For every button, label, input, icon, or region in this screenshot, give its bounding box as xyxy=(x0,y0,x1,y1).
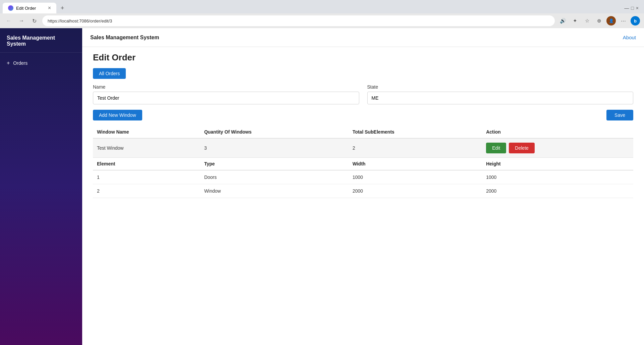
save-btn[interactable]: Save xyxy=(606,110,633,120)
tab-favicon xyxy=(8,5,13,11)
name-field-group: Name xyxy=(93,84,359,104)
window-minimize-btn[interactable]: — xyxy=(624,5,629,11)
order-form: Name State xyxy=(93,84,633,104)
sidebar-item-orders[interactable]: + Orders xyxy=(0,57,82,69)
col-window-name: Window Name xyxy=(93,126,200,138)
new-tab-btn[interactable]: + xyxy=(58,3,67,13)
col-total-subelements: Total SubElements xyxy=(348,126,482,138)
sub-col-width: Width xyxy=(348,158,482,170)
address-input[interactable] xyxy=(42,15,555,26)
address-bar: ← → ↻ 🔊 ✦ ☆ ⊕ 👤 ⋯ b xyxy=(0,13,644,28)
reload-btn[interactable]: ↻ xyxy=(30,16,39,26)
sub-col-height: Height xyxy=(482,158,633,170)
orders-label: Orders xyxy=(13,60,28,66)
name-label: Name xyxy=(93,84,359,90)
copilot-icon[interactable]: ✦ xyxy=(570,16,580,26)
toolbar-icons: 🔊 ✦ ☆ ⊕ 👤 ⋯ b xyxy=(558,16,640,26)
app-container: Sales Management System + Orders Sales M… xyxy=(0,28,644,345)
sidebar: Sales Management System + Orders xyxy=(0,28,82,345)
delete-window-btn[interactable]: Delete xyxy=(509,143,534,153)
sub-width-1: 1000 xyxy=(348,170,482,184)
window-subelements-cell: 2 xyxy=(348,138,482,158)
forward-btn[interactable]: → xyxy=(17,16,26,26)
subelement-row-2: 2 Window 2000 2000 xyxy=(93,184,633,198)
sidebar-nav: + Orders xyxy=(0,53,82,73)
tab-close-btn[interactable]: × xyxy=(48,5,51,11)
actions-left: Add New Window xyxy=(93,110,142,120)
main-content: Edit Order All Orders Name State xyxy=(82,47,644,345)
col-action: Action xyxy=(482,126,633,138)
subelements-header-row: Element Type Width Height xyxy=(93,158,633,170)
actions-row: Add New Window Save xyxy=(93,110,633,120)
bing-icon[interactable]: b xyxy=(631,16,640,26)
all-orders-btn[interactable]: All Orders xyxy=(93,68,126,79)
state-label: State xyxy=(367,84,634,90)
window-quantity-cell: 3 xyxy=(200,138,348,158)
action-buttons: Edit Delete xyxy=(486,143,629,153)
main-area: Sales Management System About Edit Order… xyxy=(82,28,644,345)
page-title: Edit Order xyxy=(93,52,633,63)
browser-chrome: Edit Order × + — □ × ← → ↻ 🔊 ✦ ☆ ⊕ 👤 ⋯ b xyxy=(0,0,644,28)
about-link[interactable]: About xyxy=(623,35,636,40)
collections-icon[interactable]: ⊕ xyxy=(594,16,604,26)
app-name: Sales Management System xyxy=(90,35,159,41)
window-action-cell: Edit Delete xyxy=(482,138,633,158)
window-row: Test Window 3 2 Edit Delete xyxy=(93,138,633,158)
window-name-cell: Test Window xyxy=(93,138,200,158)
sidebar-header: Sales Management System xyxy=(0,28,82,53)
state-input[interactable] xyxy=(367,92,634,104)
sub-type-2: Window xyxy=(200,184,348,198)
windows-table-header: Window Name Quantity Of Windows Total Su… xyxy=(93,126,633,138)
content-area: Edit Order All Orders Name State xyxy=(82,47,644,209)
edit-window-btn[interactable]: Edit xyxy=(486,143,506,153)
state-field-group: State xyxy=(367,84,634,104)
window-maximize-btn[interactable]: □ xyxy=(631,5,634,11)
subelement-row-1: 1 Doors 1000 1000 xyxy=(93,170,633,184)
sub-col-element: Element xyxy=(93,158,200,170)
top-nav: Sales Management System About xyxy=(82,28,644,47)
sub-element-2: 2 xyxy=(93,184,200,198)
window-close-btn[interactable]: × xyxy=(636,5,639,11)
tab-title: Edit Order xyxy=(16,6,45,11)
tab-bar: Edit Order × + — □ × xyxy=(0,0,644,13)
profile-avatar[interactable]: 👤 xyxy=(606,16,616,26)
name-input[interactable] xyxy=(93,92,359,104)
orders-plus-icon: + xyxy=(7,60,10,66)
back-btn[interactable]: ← xyxy=(4,16,13,26)
sub-col-type: Type xyxy=(200,158,348,170)
favorites-icon[interactable]: ☆ xyxy=(582,16,592,26)
sub-element-1: 1 xyxy=(93,170,200,184)
active-tab[interactable]: Edit Order × xyxy=(3,3,56,13)
add-new-window-btn[interactable]: Add New Window xyxy=(93,110,142,120)
sub-type-1: Doors xyxy=(200,170,348,184)
more-options-icon[interactable]: ⋯ xyxy=(619,16,628,26)
read-aloud-icon[interactable]: 🔊 xyxy=(558,16,568,26)
sub-height-1: 1000 xyxy=(482,170,633,184)
col-quantity: Quantity Of Windows xyxy=(200,126,348,138)
windows-table: Window Name Quantity Of Windows Total Su… xyxy=(93,126,633,198)
sub-width-2: 2000 xyxy=(348,184,482,198)
sub-height-2: 2000 xyxy=(482,184,633,198)
